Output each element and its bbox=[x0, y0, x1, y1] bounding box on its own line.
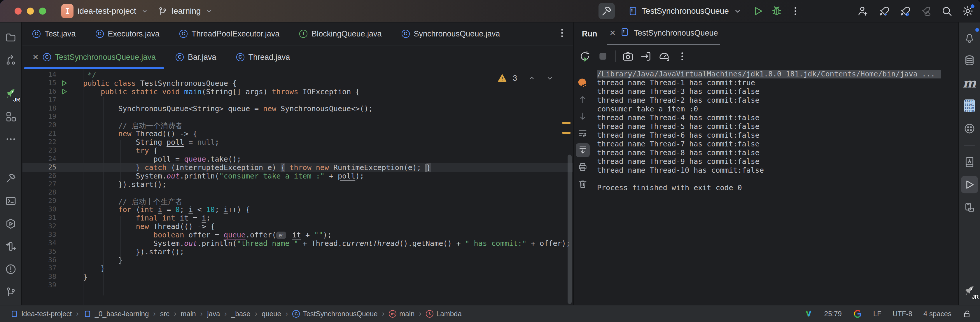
code-line[interactable]: 26 System.out.println("consumer take a i… bbox=[22, 172, 573, 180]
warning-stripe-mark[interactable] bbox=[562, 132, 571, 134]
more-options-icon[interactable] bbox=[676, 51, 688, 62]
close-window-button[interactable] bbox=[14, 8, 22, 14]
code-line[interactable]: 37 } bbox=[22, 264, 573, 273]
tab-Test.java[interactable]: CTest.java bbox=[22, 22, 86, 45]
code-line[interactable]: 36 } bbox=[22, 256, 573, 265]
code-line[interactable]: 32 new Thread(() -> { bbox=[22, 222, 573, 231]
code-line[interactable]: 33 boolean offer = queue.offer(e: it + "… bbox=[22, 231, 573, 239]
soft-wrap-icon[interactable] bbox=[576, 126, 590, 140]
run-tool-window-icon[interactable] bbox=[961, 176, 978, 193]
breadcrumb-item[interactable]: _0_base-learning bbox=[83, 309, 149, 318]
run-configuration-selector[interactable]: TestSynchronousQueue bbox=[628, 6, 743, 16]
version-control-icon[interactable] bbox=[2, 283, 19, 301]
code-line[interactable]: 25 } catch (InterruptedException e) { th… bbox=[22, 163, 573, 172]
code-with-me-icon[interactable] bbox=[857, 5, 869, 17]
run-with-jrebel-icon[interactable] bbox=[878, 5, 889, 17]
commit-icon[interactable] bbox=[2, 52, 19, 69]
maven-icon[interactable]: m bbox=[961, 74, 978, 92]
search-everywhere-icon[interactable] bbox=[941, 5, 953, 17]
code-line[interactable]: 20 // 启动一个消费者 bbox=[22, 121, 573, 129]
jrebel-icon[interactable]: JR bbox=[2, 85, 19, 102]
breadcrumb-item[interactable]: main bbox=[181, 310, 196, 318]
scroll-to-end-icon[interactable] bbox=[576, 143, 590, 157]
services-icon[interactable] bbox=[2, 215, 19, 233]
breadcrumb-item[interactable]: src bbox=[160, 310, 169, 318]
jrebel-disabled-icon[interactable]: JR bbox=[961, 282, 978, 300]
breadcrumb-item[interactable]: mmain bbox=[389, 310, 414, 318]
console-line[interactable]: thread name Thread-4 has commit:false bbox=[597, 113, 958, 122]
line-ending[interactable]: LF bbox=[873, 310, 881, 318]
plugin-circle-icon[interactable] bbox=[961, 120, 978, 137]
code-line[interactable]: 35 }).start(); bbox=[22, 248, 573, 256]
file-encoding[interactable]: UTF-8 bbox=[892, 310, 912, 318]
running-devices-icon[interactable] bbox=[961, 199, 978, 216]
code-editor[interactable]: 14 */15public class TestSynchronousQueue… bbox=[22, 69, 573, 305]
tab-Bar.java[interactable]: CBar.java bbox=[165, 46, 226, 69]
chevron-down-icon[interactable] bbox=[140, 7, 149, 16]
database-icon[interactable] bbox=[961, 52, 978, 69]
console-line[interactable]: thread name Thread-2 has commit:false bbox=[597, 96, 958, 105]
console-line[interactable]: thread name Thread-9 has commit:false bbox=[597, 157, 958, 166]
thread-dump-icon[interactable] bbox=[622, 51, 634, 62]
console-line[interactable] bbox=[597, 175, 958, 183]
code-line[interactable]: 21 new Thread(() -> { bbox=[22, 129, 573, 138]
structure-icon[interactable] bbox=[2, 108, 19, 125]
run-line-icon[interactable] bbox=[60, 79, 79, 88]
minimize-window-button[interactable] bbox=[27, 8, 34, 14]
terminal-icon[interactable] bbox=[2, 192, 19, 210]
code-line[interactable]: 17 bbox=[22, 96, 573, 104]
problems-icon[interactable] bbox=[2, 260, 19, 278]
google-icon[interactable] bbox=[853, 309, 862, 319]
breadcrumb-item[interactable]: λLambda bbox=[426, 310, 462, 318]
inspection-widget[interactable]: 3 bbox=[498, 73, 554, 83]
prev-warning-icon[interactable] bbox=[527, 73, 536, 83]
console-line[interactable]: thread name Thread-10 has commit:false bbox=[597, 166, 958, 175]
code-line[interactable]: 29 // 启动十个生产者 bbox=[22, 197, 573, 205]
code-line[interactable]: 14 */ bbox=[22, 70, 573, 79]
prev-occurrence-icon[interactable] bbox=[576, 92, 590, 107]
console-line[interactable]: thread name Thread-8 has commit:false bbox=[597, 148, 958, 157]
java-process-icon[interactable] bbox=[576, 75, 590, 89]
console-line[interactable]: consumer take a item :0 bbox=[597, 105, 958, 113]
more-actions-icon[interactable] bbox=[789, 5, 801, 17]
notifications-icon[interactable] bbox=[961, 29, 978, 46]
endpoints-icon[interactable] bbox=[2, 238, 19, 255]
code-line[interactable]: 24 poll = queue.take(); bbox=[22, 155, 573, 163]
profiler-icon[interactable] bbox=[658, 51, 670, 62]
code-line[interactable]: 31 final int it = i; bbox=[22, 214, 573, 222]
breadcrumb-item[interactable]: java bbox=[207, 310, 220, 318]
tab-Thread.java[interactable]: CThread.java bbox=[226, 46, 300, 69]
run-line-icon[interactable] bbox=[60, 88, 79, 96]
tab-TestSynchronousQueue.java[interactable]: ✕CTestSynchronousQueue.java bbox=[22, 46, 165, 69]
debug-with-jrebel-icon[interactable] bbox=[899, 5, 911, 17]
project-name[interactable]: idea-test-project bbox=[78, 6, 136, 16]
code-line[interactable]: 16 public static void main(String[] args… bbox=[22, 88, 573, 96]
bytecode-viewer-icon[interactable] bbox=[961, 97, 978, 115]
console-output[interactable]: /Library/Java/JavaVirtualMachines/jdk1.8… bbox=[592, 67, 958, 305]
code-line[interactable]: 19 bbox=[22, 113, 573, 121]
stop-icon[interactable] bbox=[597, 51, 609, 62]
next-warning-icon[interactable] bbox=[545, 73, 554, 83]
build-hammer-icon[interactable] bbox=[598, 3, 615, 19]
unlock-icon[interactable] bbox=[963, 309, 972, 319]
code-line[interactable]: 28 bbox=[22, 188, 573, 197]
breadcrumb-item[interactable]: _base bbox=[231, 310, 250, 318]
breadcrumb-item[interactable]: CTestSynchronousQueue bbox=[292, 310, 377, 318]
more-tool-windows-icon[interactable] bbox=[2, 131, 19, 148]
maximize-window-button[interactable] bbox=[39, 8, 46, 14]
debug-button[interactable] bbox=[771, 5, 783, 17]
code-line[interactable]: 18 SynchronousQueue<String> queue = new … bbox=[22, 104, 573, 113]
code-line[interactable]: 15public class TestSynchronousQueue { bbox=[22, 79, 573, 88]
tab-ThreadPoolExecutor.java[interactable]: CThreadPoolExecutor.java bbox=[169, 22, 290, 45]
indent-setting[interactable]: 4 spaces bbox=[923, 310, 951, 318]
print-icon[interactable] bbox=[576, 160, 590, 174]
close-icon[interactable]: ✕ bbox=[32, 53, 39, 61]
editor-scrollbar[interactable] bbox=[568, 155, 572, 304]
code-line[interactable]: 23 try { bbox=[22, 147, 573, 155]
attach-debugger-icon[interactable] bbox=[640, 51, 652, 62]
breadcrumb-item[interactable]: queue bbox=[262, 310, 281, 318]
hidden-tabs-icon[interactable] bbox=[556, 27, 568, 40]
branch-name[interactable]: learning bbox=[172, 6, 201, 16]
console-line[interactable]: Process finished with exit code 0 bbox=[597, 183, 958, 192]
caret-position[interactable]: 25:79 bbox=[824, 310, 842, 318]
